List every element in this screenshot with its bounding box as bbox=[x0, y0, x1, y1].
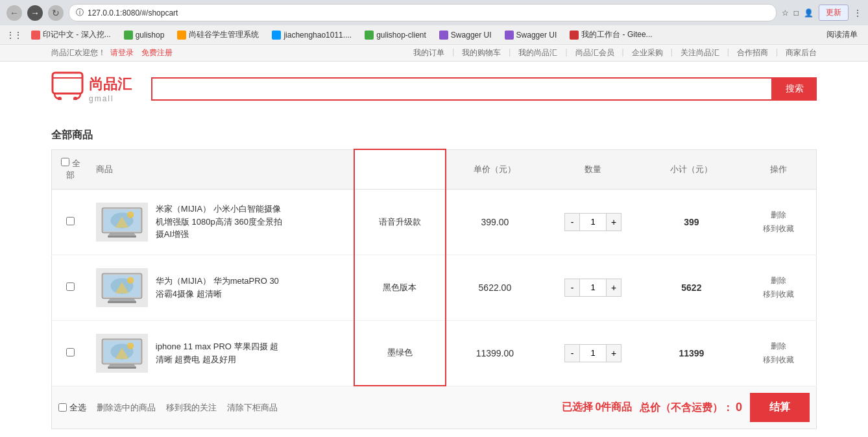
qty-input-1[interactable] bbox=[580, 213, 606, 231]
product-image-1 bbox=[96, 203, 148, 242]
section-title: 全部商品 bbox=[45, 129, 823, 142]
bookmark-shanggugu[interactable]: 尚硅谷学生管理系统 bbox=[173, 28, 263, 42]
selected-count-info: 已选择 0件商品 bbox=[562, 401, 633, 414]
apps-icon[interactable]: ⋮⋮ bbox=[6, 31, 22, 40]
qty-increase-1[interactable]: + bbox=[606, 213, 621, 231]
select-all-checkbox[interactable] bbox=[61, 158, 69, 166]
cart-logo-icon bbox=[51, 71, 84, 106]
qty-input-3[interactable] bbox=[580, 344, 606, 362]
row-spec-cell-2: 黑色版本 bbox=[354, 255, 445, 320]
product-image-2 bbox=[96, 268, 148, 307]
bookmark-swagger1[interactable]: Swagger UI bbox=[435, 29, 496, 41]
row-subtotal-cell-3: 11399 bbox=[642, 320, 741, 386]
row-goods-cell: 华为（MIJIA） 华为metaPRO 30 浴霸4摄像 超清晰 bbox=[90, 255, 355, 320]
collect-link-1[interactable]: 移到收藏 bbox=[763, 223, 794, 234]
col-header-price: 单价（元） bbox=[446, 149, 544, 189]
col-header-qty: 数量 bbox=[544, 149, 642, 189]
delete-link-1[interactable]: 删除 bbox=[771, 210, 786, 221]
follow-link[interactable]: 关注尚品汇 bbox=[681, 47, 719, 58]
row-price-cell-2: 5622.00 bbox=[446, 255, 544, 320]
star-icon[interactable]: ☆ bbox=[782, 8, 789, 18]
svg-rect-10 bbox=[108, 236, 136, 238]
top-bar-left: 尚品汇欢迎您！ 请登录 免费注册 bbox=[51, 47, 175, 58]
reload-button[interactable]: ↻ bbox=[48, 5, 64, 21]
my-spb-link[interactable]: 我的尚品汇 bbox=[518, 47, 557, 58]
row-qty-cell-1: - + bbox=[544, 189, 642, 255]
item-checkbox-1[interactable] bbox=[66, 217, 75, 225]
bookmark-yinji[interactable]: 印记中文 - 深入挖... bbox=[27, 28, 115, 42]
col-header-action: 操作 bbox=[741, 149, 817, 189]
menu-icon[interactable]: ⋮ bbox=[854, 8, 862, 18]
qty-input-2[interactable] bbox=[580, 279, 606, 297]
item-checkbox-3[interactable] bbox=[66, 348, 75, 356]
table-row: 米家（MIJIA） 小米小白智能摄像机增强版 1080p高清 360度全景拍摄A… bbox=[52, 189, 817, 255]
select-all-label[interactable]: 全选 bbox=[58, 402, 86, 414]
logo-name: 尚品汇 bbox=[89, 75, 132, 94]
footer-select-all[interactable] bbox=[58, 403, 67, 412]
logo[interactable]: 尚品汇 gmall bbox=[51, 71, 132, 106]
my-cart-link[interactable]: 我的购物车 bbox=[462, 47, 501, 58]
delete-link-3[interactable]: 删除 bbox=[771, 341, 786, 352]
qty-increase-3[interactable]: + bbox=[606, 344, 621, 362]
row-spec-cell-3: 墨绿色 bbox=[354, 320, 445, 386]
row-checkbox-cell bbox=[52, 189, 90, 255]
row-checkbox-cell bbox=[52, 255, 90, 320]
login-link[interactable]: 请登录 bbox=[110, 48, 134, 57]
svg-rect-17 bbox=[108, 301, 136, 303]
membership-link[interactable]: 尚品汇会员 bbox=[575, 47, 614, 58]
svg-point-23 bbox=[127, 342, 134, 349]
cart-table: 全部 商品 单价（元） 数量 小计（元） 操作 bbox=[51, 149, 817, 386]
forward-button[interactable]: → bbox=[27, 5, 43, 21]
register-link[interactable]: 免费注册 bbox=[141, 48, 173, 57]
svg-rect-24 bbox=[108, 367, 136, 369]
collect-link-2[interactable]: 移到收藏 bbox=[763, 289, 794, 300]
table-row: iphone 11 max PRO 苹果四摄 超清晰 超费电 超及好用 墨绿色 … bbox=[52, 320, 817, 386]
svg-rect-0 bbox=[53, 73, 82, 94]
qty-increase-2[interactable]: + bbox=[606, 279, 621, 297]
product-name-2: 华为（MIJIA） 华为metaPRO 30 浴霸4摄像 超清晰 bbox=[156, 275, 285, 300]
merchant-link[interactable]: 商家后台 bbox=[786, 47, 817, 58]
checkout-button[interactable]: 结算 bbox=[750, 393, 810, 422]
cart-wrapper: 全部 商品 单价（元） 数量 小计（元） 操作 bbox=[45, 149, 823, 429]
bookmarks-bar: ⋮⋮ 印记中文 - 深入挖... gulishop 尚硅谷学生管理系统 jiac… bbox=[0, 25, 868, 45]
qty-decrease-3[interactable]: - bbox=[564, 344, 580, 362]
product-name-3: iphone 11 max PRO 苹果四摄 超清晰 超费电 超及好用 bbox=[156, 340, 285, 366]
row-action-cell-1: 删除 移到收藏 bbox=[741, 189, 817, 255]
table-row: 华为（MIJIA） 华为metaPRO 30 浴霸4摄像 超清晰 黑色版本 56… bbox=[52, 255, 817, 320]
header: 尚品汇 gmall 搜索 bbox=[0, 62, 868, 116]
bookmark-readlist[interactable]: 阅读清单 bbox=[823, 28, 862, 42]
back-button[interactable]: ← bbox=[6, 5, 22, 21]
search-button[interactable]: 搜索 bbox=[773, 77, 817, 101]
bookmark-jiachenghao[interactable]: jiachenghao1011.... bbox=[268, 29, 356, 41]
item-checkbox-2[interactable] bbox=[66, 282, 75, 291]
svg-point-9 bbox=[127, 211, 134, 218]
col-header-spec bbox=[354, 149, 445, 189]
bookmark-gulishop[interactable]: gulishop bbox=[120, 29, 169, 41]
move-to-collect-btn[interactable]: 移到我的关注 bbox=[166, 402, 217, 414]
bookmark-gulishop-client[interactable]: gulishop-client bbox=[361, 29, 430, 41]
collect-link-3[interactable]: 移到收藏 bbox=[763, 355, 794, 366]
update-button[interactable]: 更新 bbox=[819, 5, 849, 21]
url-bar[interactable]: ⓘ 127.0.0.1:8080/#/shopcart bbox=[69, 4, 777, 21]
browser-chrome: ← → ↻ ⓘ 127.0.0.1:8080/#/shopcart ☆ □ 👤 … bbox=[0, 0, 868, 25]
row-checkbox-cell bbox=[52, 320, 90, 386]
svg-point-2 bbox=[58, 97, 62, 100]
delete-selected-btn[interactable]: 删除选中的商品 bbox=[97, 402, 156, 414]
profile-icon[interactable]: 👤 bbox=[804, 8, 814, 18]
bookmark-swagger2[interactable]: Swagger UI bbox=[501, 29, 561, 41]
partner-link[interactable]: 合作招商 bbox=[737, 47, 768, 58]
security-icon: ⓘ bbox=[76, 7, 84, 18]
enterprise-link[interactable]: 企业采购 bbox=[632, 47, 663, 58]
delete-link-2[interactable]: 删除 bbox=[771, 275, 786, 286]
row-subtotal-cell-1: 399 bbox=[642, 189, 741, 255]
qty-decrease-2[interactable]: - bbox=[564, 279, 580, 297]
extensions-icon[interactable]: □ bbox=[794, 8, 799, 18]
my-orders-link[interactable]: 我的订单 bbox=[413, 47, 444, 58]
top-bar: 尚品汇欢迎您！ 请登录 免费注册 我的订单 | 我的购物车 | 我的尚品汇 | … bbox=[0, 45, 868, 62]
search-input[interactable] bbox=[151, 77, 773, 101]
bookmark-gitee[interactable]: 我的工作台 - Gitee... bbox=[566, 28, 656, 42]
clear-invalid-btn[interactable]: 清除下柜商品 bbox=[227, 402, 278, 414]
row-spec-cell-1: 语音升级款 bbox=[354, 189, 445, 255]
qty-decrease-1[interactable]: - bbox=[564, 213, 580, 231]
row-qty-cell-2: - + bbox=[544, 255, 642, 320]
